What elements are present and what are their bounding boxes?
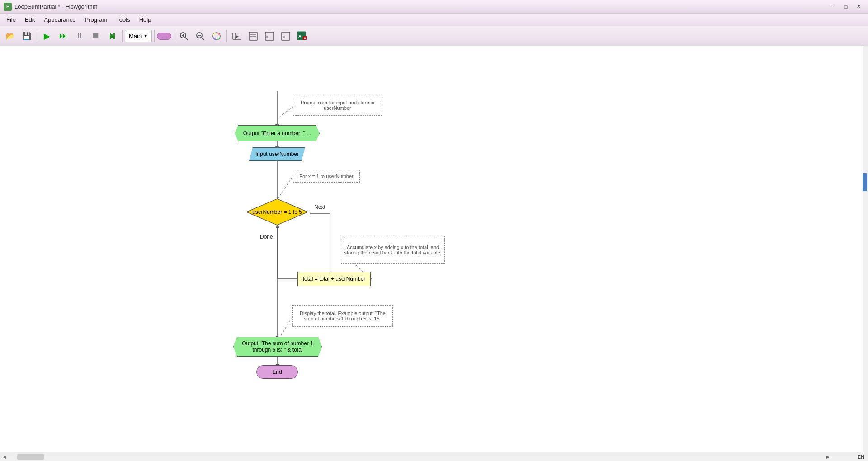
shape-output1[interactable]: Output "Enter a number: " ... [235,125,320,141]
shape-assign-total[interactable]: total = total + userNumber [297,272,371,286]
dropdown-label: Main [129,33,142,39]
comment-display-total: Display the total. Example output: "The … [292,305,393,327]
svg-line-3 [185,37,188,40]
export-flowchart-button[interactable]: ▶ [229,28,245,44]
bottom-bar: ◀ ▶ EN [0,452,868,461]
menubar: File Edit Appearance Program Tools Help [0,14,868,26]
main-content: Next Done Prompt user for input and stor… [0,46,868,452]
menu-program[interactable]: Program [80,14,112,25]
scroll-left-button[interactable]: ◀ [0,453,8,461]
menu-edit[interactable]: Edit [20,14,39,25]
separator5 [226,30,227,42]
svg-text:◧: ◧ [283,35,285,39]
window-controls: ─ □ ✕ [827,2,864,11]
debug-button[interactable] [104,28,120,44]
shape-input-usernumber[interactable]: Input userNumber [249,147,305,161]
step-button[interactable]: ⏭ [56,28,71,44]
vba-button[interactable]: AA [294,28,310,44]
pause-button[interactable]: ⏸ [72,28,87,44]
pill-button[interactable] [157,33,171,40]
titlebar: F LoopSumPartial * - Flowgorithm ─ □ ✕ [0,0,868,14]
shape-end[interactable]: End [256,365,298,379]
toolbar: 📂 💾 ▶ ⏭ ⏸ ⏹ Main ▼ ▶ ▷ ◧ [0,26,868,46]
svg-text:A: A [298,34,302,38]
scrollbar-thumb-vertical[interactable] [863,173,867,191]
zoomout-button[interactable] [193,28,208,44]
svg-text:A: A [304,36,307,40]
run-button[interactable]: ▶ [39,28,55,44]
svg-text:▷: ▷ [266,34,269,39]
scrollbar-thumb-horizontal[interactable] [17,454,44,460]
dropdown-arrow-icon: ▼ [143,33,148,38]
comment-accumulate: Accumulate x by adding x to the total, a… [341,236,445,264]
svg-line-46 [280,316,292,337]
comment-prompt-user: Prompt user for input and store in userN… [293,95,382,116]
separator3 [154,30,155,42]
scroll-right-button[interactable]: ▶ [824,453,832,461]
save-button[interactable]: 💾 [19,28,34,44]
svg-line-43 [280,106,294,116]
language-indicator: EN [832,454,868,460]
menu-file[interactable]: File [2,14,20,25]
menu-appearance[interactable]: Appearance [39,14,80,25]
maximize-button[interactable]: □ [840,2,852,11]
separator4 [174,30,174,42]
separator1 [37,30,37,42]
minimize-button[interactable]: ─ [827,2,839,11]
menu-help[interactable]: Help [135,14,156,25]
open-button[interactable]: 📂 [3,28,18,44]
menu-tools[interactable]: Tools [112,14,134,25]
zoomin-button[interactable] [176,28,192,44]
stop-button[interactable]: ⏹ [88,28,104,44]
horizontal-scrollbar[interactable] [8,452,824,461]
close-button[interactable]: ✕ [853,2,864,11]
pseudocode-button[interactable] [245,28,261,44]
shape-loop-diamond[interactable]: userNumber = 1 to 5 [245,198,310,226]
color-button[interactable] [209,28,224,44]
svg-line-7 [202,37,204,40]
main-dropdown[interactable]: Main ▼ [125,30,152,42]
app-icon: F [4,3,12,11]
svg-rect-1 [113,33,115,39]
shape-output2[interactable]: Output "The sum of number 1 through 5 is… [233,337,322,357]
flowchart-canvas[interactable]: Next Done Prompt user for input and stor… [0,46,863,452]
app-title: LoopSumPartial * - Flowgorithm [14,3,827,10]
java-button[interactable]: ◧ [278,28,293,44]
svg-line-44 [277,177,292,200]
svg-text:Done: Done [260,234,273,240]
comment-for-loop: For x = 1 to userNumber [293,170,360,183]
svg-text:▶: ▶ [236,34,239,38]
separator2 [122,30,123,42]
svg-text:Next: Next [314,204,326,210]
vertical-scrollbar[interactable] [863,46,868,452]
python-button[interactable]: ▷ [262,28,277,44]
